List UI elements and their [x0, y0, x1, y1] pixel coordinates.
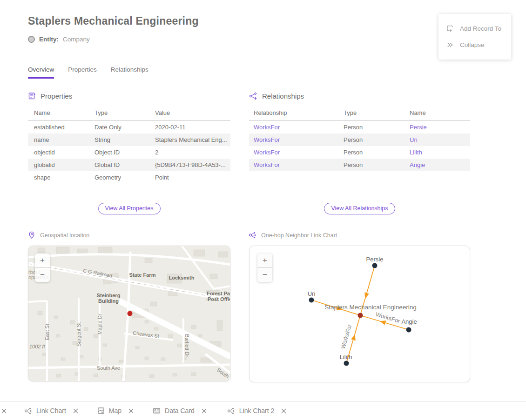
node-lilith[interactable]: [344, 361, 349, 366]
section-title: Properties: [40, 92, 72, 100]
relationship-link[interactable]: WorksFor: [254, 124, 280, 131]
svg-text:Locksmith: Locksmith: [169, 275, 194, 280]
relationships-icon: [249, 92, 257, 100]
node-uri[interactable]: [309, 298, 314, 303]
node-labels: Persie Uri Angie Lilith Staplers Mechani…: [308, 256, 417, 360]
relationships-table: Relationship Type Name WorksFor Person P…: [249, 107, 470, 171]
view-all-properties-button[interactable]: View All Properties: [98, 203, 161, 214]
prop-value: {5D9B4713-F98D-4A53-...: [149, 159, 230, 171]
svg-text:Maple Dr: Maple Dr: [97, 313, 102, 334]
menu-item-label: Collapse: [460, 41, 485, 48]
prop-name: established: [28, 121, 88, 134]
prop-value: Point: [149, 171, 230, 184]
svg-text:State Farm: State Farm: [129, 272, 156, 278]
bottom-tab-label: Map: [109, 407, 121, 414]
relationship-link[interactable]: WorksFor: [254, 149, 280, 156]
prop-name: shape: [28, 171, 88, 184]
bottom-tab-label: Data Card: [165, 407, 195, 414]
table-row: name String Staplers Mechanical Eng...: [28, 133, 230, 146]
entity-type-icon: [28, 36, 35, 43]
menu-item-collapse[interactable]: Collapse: [438, 37, 511, 53]
bottom-tab-link-chart[interactable]: Link Chart: [24, 407, 79, 415]
bottom-tab-link-chart-2[interactable]: Link Chart 2: [227, 407, 287, 415]
context-menu: Add Record To Collapse: [438, 14, 511, 60]
location-pin-icon: [28, 231, 35, 239]
svg-text:1002 ft: 1002 ft: [29, 344, 46, 349]
prop-value: Staplers Mechanical Eng...: [149, 133, 230, 146]
svg-text:WorksFor: WorksFor: [375, 311, 401, 325]
bottom-tab-data-card[interactable]: Data Card: [153, 407, 207, 414]
node-persie[interactable]: [372, 263, 378, 268]
properties-table: Name Type Value established Date Only 20…: [28, 107, 230, 184]
tab-relationships[interactable]: Relationships: [111, 66, 148, 79]
column-header: Relationship: [249, 107, 339, 121]
tab-properties[interactable]: Properties: [68, 66, 97, 79]
relationship-link[interactable]: WorksFor: [254, 136, 280, 143]
menu-item-label: Add Record To: [460, 25, 501, 32]
data-card-icon: [153, 407, 161, 414]
properties-icon: [28, 92, 36, 100]
rel-type: Person: [339, 159, 405, 171]
properties-section: Properties Name Type Value established D…: [28, 92, 230, 184]
prop-type: String: [88, 133, 149, 146]
one-hop-link-chart[interactable]: WorksFor WorksFor Persie Uri Angie Lilit…: [249, 246, 470, 382]
prop-name: globalid: [28, 159, 88, 171]
relationship-link[interactable]: WorksFor: [254, 161, 280, 168]
chart-nodes: [309, 263, 411, 366]
menu-item-add-record-to[interactable]: Add Record To: [438, 20, 511, 37]
close-icon[interactable]: [73, 408, 79, 414]
view-all-relationships-button[interactable]: View All Relationships: [324, 203, 395, 214]
entity-link[interactable]: Persie: [410, 124, 427, 131]
table-row: WorksFor Person Uri: [249, 133, 470, 146]
table-row: WorksFor Person Angie: [249, 159, 470, 171]
chart-zoom-in-button[interactable]: +: [257, 253, 272, 267]
svg-text:Bartlett Dr: Bartlett Dr: [184, 334, 190, 357]
bottom-tab-label: Link Chart 2: [239, 407, 274, 414]
node-angie[interactable]: [406, 327, 411, 333]
geospatial-map[interactable]: rbour opaedics C G Railroad State Farm L…: [28, 246, 230, 381]
svg-text:Angie: Angie: [401, 318, 417, 325]
table-row: shape Geometry Point: [28, 171, 230, 184]
prop-name: name: [28, 133, 88, 146]
map-zoom-in-button[interactable]: +: [35, 253, 50, 267]
chart-zoom-out-button[interactable]: −: [257, 268, 272, 282]
svg-text:Uri: Uri: [308, 290, 316, 297]
link-chart-icon: [227, 407, 235, 415]
entity-value: Company: [63, 36, 90, 43]
relationships-section: Relationships Relationship Type Name Wor…: [249, 92, 470, 171]
bottom-tab-map[interactable]: Map: [97, 407, 134, 414]
column-header: Type: [88, 107, 149, 121]
column-header: Name: [28, 107, 88, 121]
svg-text:Steinberg: Steinberg: [97, 293, 121, 298]
table-row: WorksFor Person Persie: [249, 121, 470, 134]
partial-tab-close-icon[interactable]: [1, 408, 7, 414]
rel-type: Person: [339, 146, 405, 159]
entity-link[interactable]: Lilith: [410, 149, 422, 156]
svg-text:Staplers Mechanical Engineerin: Staplers Mechanical Engineering: [324, 304, 416, 311]
tab-overview[interactable]: Overview: [28, 66, 54, 79]
prop-type: Object ID: [88, 146, 149, 159]
rel-type: Person: [339, 133, 405, 146]
link-chart-title: One-hop Neighbor Link Chart: [261, 232, 337, 239]
entity-link[interactable]: Angie: [410, 161, 425, 168]
collapse-icon: [446, 41, 454, 49]
close-icon[interactable]: [201, 408, 207, 414]
close-icon[interactable]: [128, 408, 134, 414]
svg-text:Forest Par: Forest Par: [207, 291, 230, 296]
prop-value: 2: [149, 146, 230, 159]
geospatial-title: Geospatial location: [40, 232, 89, 239]
section-title: Relationships: [262, 92, 304, 100]
edge-labels: WorksFor WorksFor: [340, 311, 401, 350]
column-header: Type: [339, 107, 405, 121]
svg-text:Persie: Persie: [366, 256, 384, 263]
entity-label: Entity:: [39, 36, 59, 43]
map-entity-marker[interactable]: [128, 311, 133, 316]
svg-text:South Ave: South Ave: [97, 365, 120, 371]
map-zoom-out-button[interactable]: −: [35, 268, 50, 282]
chart-zoom-control: + −: [257, 253, 272, 282]
entity-link[interactable]: Uri: [410, 136, 418, 143]
node-center[interactable]: [358, 313, 363, 318]
close-icon[interactable]: [281, 408, 287, 414]
page-title: Staplers Mechanical Engineering: [28, 15, 199, 27]
entity-row: Entity: Company: [28, 36, 90, 43]
